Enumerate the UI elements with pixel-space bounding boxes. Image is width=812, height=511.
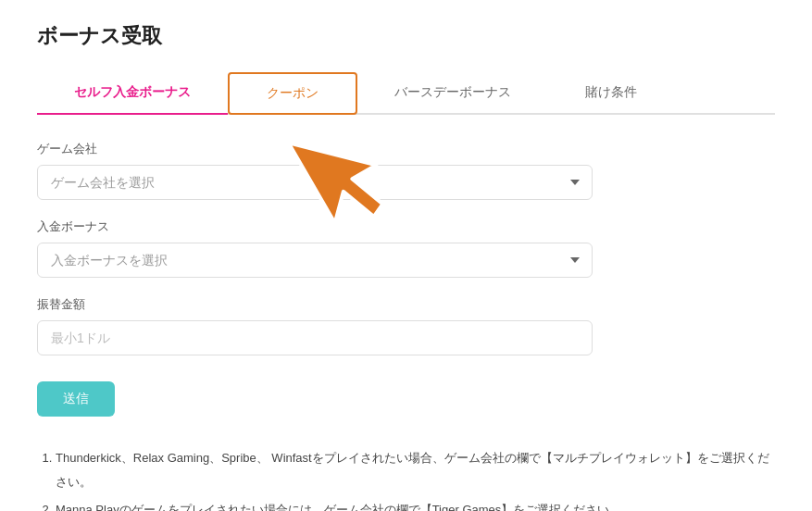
note-item: Thunderkick、Relax Gaming、Spribe、 Winfast… (56, 446, 775, 494)
page-container: ボーナス受取 セルフ入金ボーナス クーポン バースデーボーナス 賭け条件 ゲーム… (0, 0, 812, 511)
submit-button[interactable]: 送信 (37, 381, 115, 417)
amount-input[interactable] (37, 320, 593, 355)
game-company-select-wrapper: ゲーム会社を選択 (37, 165, 593, 200)
tab-birthday[interactable]: バースデーボーナス (357, 72, 548, 113)
deposit-bonus-select[interactable]: 入金ボーナスを選択 (37, 243, 593, 278)
amount-label: 振替金額 (37, 296, 593, 313)
game-company-label: ゲーム会社 (37, 141, 593, 157)
deposit-bonus-select-wrapper: 入金ボーナスを選択 (37, 243, 593, 278)
deposit-bonus-label: 入金ボーナス (37, 218, 593, 235)
note-item: Manna Playのゲームをプレイされたい場合には、ゲーム会社の欄で【Tige… (56, 498, 775, 511)
tab-betting[interactable]: 賭け条件 (548, 72, 674, 113)
page-title: ボーナス受取 (37, 22, 775, 50)
tab-self-deposit[interactable]: セルフ入金ボーナス (37, 72, 228, 115)
notes-list: Thunderkick、Relax Gaming、Spribe、 Winfast… (37, 446, 775, 511)
tab-coupon[interactable]: クーポン (228, 72, 357, 115)
game-company-select[interactable]: ゲーム会社を選択 (37, 165, 593, 200)
amount-group: 振替金額 (37, 296, 593, 355)
game-company-group: ゲーム会社 ゲーム会社を選択 (37, 141, 593, 200)
tabs-bar: セルフ入金ボーナス クーポン バースデーボーナス 賭け条件 (37, 72, 775, 115)
deposit-bonus-group: 入金ボーナス 入金ボーナスを選択 (37, 218, 593, 278)
notes-section: Thunderkick、Relax Gaming、Spribe、 Winfast… (37, 446, 775, 511)
form-section: ゲーム会社 ゲーム会社を選択 入金ボーナス 入金ボーナスを選択 振替金額 送信 (37, 141, 593, 417)
